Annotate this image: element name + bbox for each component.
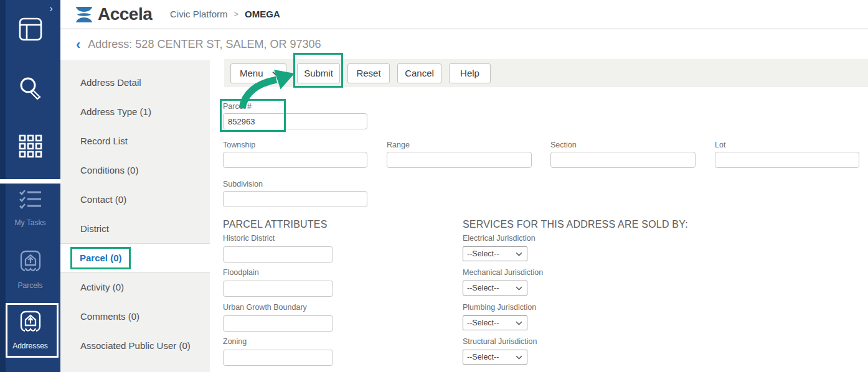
section-label: Section	[550, 141, 577, 149]
nav-item-district[interactable]: District	[60, 214, 210, 243]
sidebar-item-label: Parcels	[0, 281, 60, 290]
zoning-input[interactable]	[223, 350, 333, 366]
select-value: --Select--	[467, 249, 499, 258]
chevron-down-icon	[516, 286, 522, 291]
range-label: Range	[387, 141, 410, 149]
floodplain-label: Floodplain	[223, 268, 259, 277]
sidebar-item-parcels[interactable]: Parcels	[0, 250, 60, 290]
breadcrumb: Civic Platform > OMEGA	[170, 9, 280, 19]
urban-growth-boundary-label: Urban Growth Boundary	[223, 303, 307, 312]
reset-button[interactable]: Reset	[347, 63, 390, 83]
chevron-down-icon	[516, 355, 522, 360]
chevron-down-icon	[516, 252, 522, 256]
breadcrumb-separator: >	[234, 9, 239, 19]
breadcrumb-environment: OMEGA	[245, 9, 280, 19]
logo-wordmark: Accela	[98, 4, 152, 24]
record-nav-panel: Address Detail Address Type (1) Record L…	[60, 60, 210, 372]
nav-item-record-list[interactable]: Record List	[60, 126, 210, 156]
chevron-down-icon	[272, 71, 280, 76]
search-icon[interactable]	[0, 75, 60, 101]
page-title-row: ‹ Address: 528 CENTER ST, SALEM, OR 9730…	[60, 30, 868, 59]
rail-section-divider	[0, 179, 60, 184]
nav-item-contact[interactable]: Contact (0)	[60, 185, 210, 214]
select-value: --Select--	[467, 353, 499, 361]
township-label: Township	[223, 141, 255, 149]
nav-item-address-detail[interactable]: Address Detail	[60, 68, 210, 97]
plumbing-jurisdiction-label: Plumbing Jurisdiction	[463, 303, 536, 312]
sidebar-item-label: My Tasks	[0, 218, 60, 227]
township-input[interactable]	[223, 152, 367, 168]
sidebar-item-my-tasks[interactable]: My Tasks	[0, 189, 60, 227]
form-toolbar: Menu Submit Reset Cancel Help	[224, 59, 868, 87]
lot-label: Lot	[715, 141, 725, 149]
structural-jurisdiction-select[interactable]: --Select--	[463, 350, 527, 365]
back-chevron-icon[interactable]: ‹	[76, 39, 80, 51]
structural-jurisdiction-label: Structural Jurisdiction	[463, 337, 537, 346]
mechanical-jurisdiction-label: Mechanical Jurisdiction	[463, 268, 543, 277]
electrical-jurisdiction-label: Electrical Jurisdiction	[463, 234, 535, 243]
section-input[interactable]	[550, 152, 696, 168]
nav-item-comments[interactable]: Comments (0)	[60, 302, 210, 331]
sidebar-item-label: Addresses	[0, 342, 60, 350]
accela-logo[interactable]: Accela	[75, 4, 152, 24]
tasks-checklist-icon	[18, 189, 43, 210]
page-title: Address: 528 CENTER ST, SALEM, OR 97306	[88, 38, 321, 51]
lot-input[interactable]	[715, 152, 859, 168]
accela-logo-icon	[75, 6, 93, 23]
parcel-number-label: Parcel #	[223, 102, 252, 111]
nav-item-associated-public-user[interactable]: Associated Public User (0)	[60, 331, 210, 360]
mechanical-jurisdiction-select[interactable]: --Select--	[463, 281, 527, 295]
parcel-annotation-box: Parcel (0)	[70, 247, 131, 269]
left-rail: › My Tasks	[0, 0, 60, 372]
menu-button[interactable]: Menu	[230, 63, 286, 83]
breadcrumb-app[interactable]: Civic Platform	[170, 9, 228, 19]
parcel-attributes-heading: PARCEL ATTRIBUTES	[223, 219, 328, 230]
app-grid-icon[interactable]	[0, 134, 60, 158]
menu-button-label: Menu	[240, 68, 263, 78]
services-heading: SERVICES FOR THIS ADDRESS ARE SOLD BY:	[463, 219, 688, 230]
address-home-icon	[19, 310, 42, 333]
nav-item-activity[interactable]: Activity (0)	[60, 272, 210, 302]
floodplain-input[interactable]	[223, 281, 333, 297]
expand-rail-chevron-icon[interactable]: ›	[49, 2, 53, 15]
select-value: --Select--	[467, 284, 499, 292]
plumbing-jurisdiction-select[interactable]: --Select--	[463, 315, 527, 330]
sidebar-item-addresses[interactable]: Addresses	[0, 310, 60, 350]
electrical-jurisdiction-select[interactable]: --Select--	[463, 246, 527, 261]
cancel-button[interactable]: Cancel	[397, 63, 441, 83]
app-header: Accela Civic Platform > OMEGA	[60, 0, 868, 29]
range-input[interactable]	[387, 152, 532, 168]
nav-item-conditions[interactable]: Conditions (0)	[60, 156, 210, 185]
historic-district-label: Historic District	[223, 234, 275, 243]
subdivision-label: Subdivision	[223, 180, 263, 188]
submit-button[interactable]: Submit	[297, 63, 340, 83]
historic-district-input[interactable]	[223, 246, 333, 263]
chevron-down-icon	[516, 321, 522, 325]
select-value: --Select--	[467, 319, 499, 327]
parcel-home-icon	[19, 250, 42, 273]
zoning-label: Zoning	[223, 337, 247, 346]
urban-growth-boundary-input[interactable]	[223, 315, 333, 332]
parcel-number-input[interactable]	[223, 113, 367, 129]
subdivision-input[interactable]	[223, 191, 367, 207]
help-button[interactable]: Help	[449, 63, 491, 83]
nav-item-address-type[interactable]: Address Type (1)	[60, 97, 210, 126]
panel-layout-icon[interactable]	[0, 17, 60, 41]
nav-item-parcel[interactable]: Parcel (0)	[60, 243, 210, 272]
